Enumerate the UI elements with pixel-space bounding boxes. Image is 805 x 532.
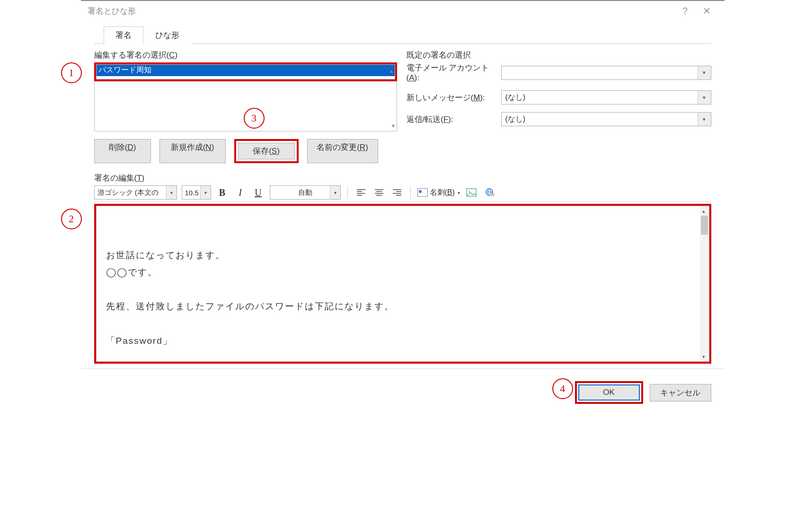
- business-card-icon: [417, 188, 428, 197]
- signature-list-item[interactable]: パスワード周知: [97, 65, 395, 76]
- editor-scrollbar[interactable]: ▴ ▾: [700, 206, 709, 361]
- new-button[interactable]: 新規作成(N): [159, 139, 226, 163]
- editor-body: お世話になっております。 ◯◯です。 先程、送付致しましたファイルのパスワードは…: [106, 250, 394, 362]
- new-message-label: 新しいメッセージ(M):: [407, 92, 501, 103]
- annotation-1: 1: [61, 62, 82, 83]
- insert-picture-button[interactable]: [465, 186, 478, 199]
- font-size-combo[interactable]: 10.5 ▾: [182, 185, 211, 200]
- chevron-down-icon: ▾: [698, 66, 711, 79]
- ok-button[interactable]: OK: [578, 384, 640, 401]
- signature-editor[interactable]: お世話になっております。 ◯◯です。 先程、送付致しましたファイルのパスワードは…: [96, 206, 709, 362]
- save-button[interactable]: 保存(S): [238, 143, 295, 159]
- default-signature-label: 既定の署名の選択: [407, 50, 711, 61]
- annotation-2: 2: [61, 209, 82, 229]
- chevron-down-icon: ▾: [166, 186, 177, 199]
- email-account-label: 電子メール アカウント(A):: [407, 62, 501, 83]
- select-signature-label: 編集する署名の選択(C): [94, 50, 397, 61]
- align-center-button[interactable]: [372, 186, 386, 199]
- align-left-button[interactable]: [354, 186, 368, 199]
- chevron-down-icon: ▾: [698, 113, 711, 126]
- dialog-title: 署名とひな形: [88, 6, 136, 17]
- email-account-combo[interactable]: ▾: [501, 66, 711, 80]
- tab-stationery[interactable]: ひな形: [143, 26, 191, 44]
- align-right-button[interactable]: [390, 186, 404, 199]
- titlebar: 署名とひな形 ? ✕: [81, 1, 725, 21]
- help-button[interactable]: ?: [674, 6, 696, 17]
- tab-row: 署名 ひな形: [94, 21, 711, 44]
- font-color-combo[interactable]: 自動 ▾: [270, 185, 341, 200]
- italic-button[interactable]: I: [234, 186, 247, 199]
- font-combo[interactable]: 游ゴシック (本文の ▾: [94, 185, 177, 200]
- close-button[interactable]: ✕: [696, 5, 718, 17]
- underline-button[interactable]: U: [252, 186, 265, 199]
- delete-button[interactable]: 削除(D): [94, 139, 151, 163]
- insert-hyperlink-button[interactable]: [483, 186, 496, 199]
- edit-signature-label: 署名の編集(T): [94, 173, 711, 183]
- reply-forward-combo[interactable]: (なし) ▾: [501, 112, 711, 126]
- annotation-3: 3: [244, 108, 265, 129]
- annotation-4: 4: [552, 378, 573, 399]
- rename-button[interactable]: 名前の変更(R): [307, 139, 378, 163]
- chevron-down-icon: ▾: [200, 186, 211, 199]
- svg-point-13: [469, 191, 470, 192]
- reply-forward-label: 返信/転送(F):: [407, 114, 501, 125]
- new-message-combo[interactable]: (なし) ▾: [501, 90, 711, 105]
- editor-toolbar: 游ゴシック (本文の ▾ 10.5 ▾ B I U 自動 ▾: [94, 185, 711, 202]
- signatures-dialog: 署名とひな形 ? ✕ 署名 ひな形 編集する署名の選択(C) 1 パスワード周知…: [81, 0, 725, 410]
- bold-button[interactable]: B: [216, 186, 229, 199]
- business-card-button[interactable]: 名刺(B) ▾: [417, 188, 460, 198]
- tab-signature[interactable]: 署名: [104, 26, 143, 44]
- chevron-down-icon: ▾: [330, 186, 340, 199]
- chevron-down-icon: ▾: [698, 91, 711, 104]
- cancel-button[interactable]: キャンセル: [650, 384, 711, 401]
